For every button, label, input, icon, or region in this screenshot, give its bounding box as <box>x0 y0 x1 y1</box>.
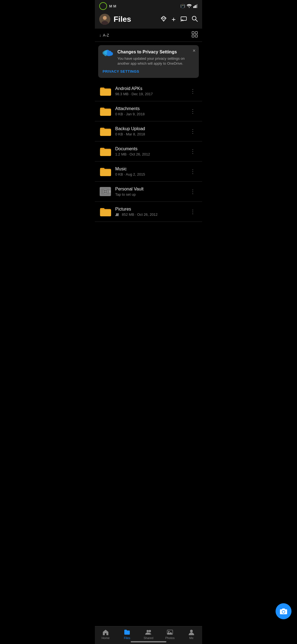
svg-rect-2 <box>196 5 196 8</box>
page-title: Files <box>114 15 157 24</box>
avatar-image <box>99 14 110 25</box>
file-item[interactable]: Pictures 852 MB · Oct 26, 2012 ⋮ <box>95 202 202 222</box>
more-options-icon[interactable]: ⋮ <box>188 147 198 156</box>
more-options-icon[interactable]: ⋮ <box>188 107 198 116</box>
svg-point-29 <box>117 213 119 215</box>
file-info: Android APKs 98.3 MB · Dec 19, 2017 <box>115 86 188 96</box>
circle-indicator <box>99 2 107 10</box>
add-icon[interactable]: + <box>172 15 176 24</box>
file-meta: 0 KB · Mar 8, 2018 <box>115 132 188 136</box>
m-icon-2: M <box>113 4 116 8</box>
file-meta: 1.2 MB · Oct 26, 2012 <box>115 152 188 156</box>
file-name: Pictures <box>115 207 188 212</box>
svg-rect-17 <box>192 35 194 37</box>
m-icons: M M <box>109 4 116 8</box>
svg-rect-0 <box>193 6 194 8</box>
avatar[interactable] <box>99 14 110 25</box>
svg-point-12 <box>181 21 182 21</box>
file-item[interactable]: Documents 1.2 MB · Oct 26, 2012 ⋮ <box>95 141 202 162</box>
file-item[interactable]: Backup Upload 0 KB · Mar 8, 2018 ⋮ <box>95 121 202 141</box>
more-options-icon[interactable]: ⋮ <box>188 207 198 216</box>
file-item[interactable]: Attachments 0 KB · Jan 9, 2018 ⋮ <box>95 101 202 121</box>
file-info: Personal Vault Tap to set up <box>115 187 188 197</box>
more-options-icon[interactable]: ⋮ <box>188 167 198 176</box>
vibrate-icon: 📳 <box>180 4 185 8</box>
file-info: Backup Upload 0 KB · Mar 8, 2018 <box>115 126 188 136</box>
banner-content: Changes to Privacy Settings You have upd… <box>103 50 194 66</box>
cast-icon[interactable] <box>181 16 187 23</box>
file-meta: 0 KB · Jan 9, 2018 <box>115 112 188 116</box>
file-info: Documents 1.2 MB · Oct 26, 2012 <box>115 146 188 156</box>
header-actions: + <box>161 15 198 24</box>
banner-title: Changes to Privacy Settings <box>117 50 194 54</box>
status-bar: M M 📳 <box>95 0 202 11</box>
m-icon-1: M <box>109 4 112 8</box>
file-meta: 0 KB · Aug 2, 2015 <box>115 172 188 176</box>
signal-icon <box>193 4 198 8</box>
svg-point-5 <box>103 16 107 20</box>
file-meta: Tap to set up <box>115 192 188 197</box>
file-list: Android APKs 98.3 MB · Dec 19, 2017 ⋮ At… <box>95 81 202 244</box>
file-meta: 98.3 MB · Dec 19, 2017 <box>115 92 188 96</box>
svg-rect-3 <box>197 4 197 8</box>
svg-rect-27 <box>109 190 111 193</box>
file-name: Attachments <box>115 106 188 111</box>
file-name: Personal Vault <box>115 187 188 192</box>
file-item[interactable]: Personal Vault Tap to set up ⋮ <box>95 182 202 202</box>
onedrive-icon <box>103 50 114 58</box>
shared-badge-icon <box>115 213 120 216</box>
privacy-banner: Changes to Privacy Settings You have upd… <box>98 45 199 78</box>
sort-arrow-icon: ↓ <box>99 33 101 37</box>
sort-bar: ↓ A-Z <box>95 29 202 42</box>
more-options-icon[interactable]: ⋮ <box>188 127 198 136</box>
more-options-icon[interactable]: ⋮ <box>188 87 198 95</box>
sort-label[interactable]: ↓ A-Z <box>99 33 109 37</box>
privacy-settings-link[interactable]: PRIVACY SETTINGS <box>103 69 194 73</box>
file-item[interactable]: Music 0 KB · Aug 2, 2015 ⋮ <box>95 162 202 182</box>
status-right: 📳 <box>180 4 198 8</box>
app-header: Files + <box>95 11 202 29</box>
folder-icon <box>99 125 111 137</box>
svg-line-14 <box>196 20 197 21</box>
svg-rect-18 <box>195 35 197 37</box>
svg-point-28 <box>116 213 118 215</box>
svg-rect-1 <box>194 6 195 8</box>
file-item[interactable]: Android APKs 98.3 MB · Dec 19, 2017 ⋮ <box>95 81 202 101</box>
search-icon[interactable] <box>192 16 198 23</box>
svg-rect-16 <box>195 32 197 34</box>
svg-point-22 <box>105 191 106 192</box>
wifi-icon <box>187 4 192 8</box>
folder-icon <box>99 85 111 97</box>
file-name: Backup Upload <box>115 126 188 131</box>
diamond-icon[interactable] <box>161 16 167 23</box>
folder-icon <box>99 105 111 117</box>
sort-text: A-Z <box>103 33 109 37</box>
vault-icon <box>99 185 111 198</box>
banner-description: You have updated your privacy settings o… <box>117 56 194 66</box>
file-name: Android APKs <box>115 86 188 91</box>
folder-icon <box>99 165 111 178</box>
banner-text: Changes to Privacy Settings You have upd… <box>117 50 194 66</box>
grid-view-icon[interactable] <box>192 31 198 39</box>
file-meta: 852 MB · Oct 26, 2012 <box>115 212 188 217</box>
file-name: Music <box>115 167 188 171</box>
file-info: Music 0 KB · Aug 2, 2015 <box>115 167 188 176</box>
more-options-icon[interactable]: ⋮ <box>188 187 198 196</box>
svg-rect-15 <box>192 32 194 34</box>
folder-icon <box>99 145 111 157</box>
banner-close-button[interactable]: × <box>193 48 196 54</box>
file-name: Documents <box>115 146 188 151</box>
status-left: M M <box>99 2 116 10</box>
file-info: Attachments 0 KB · Jan 9, 2018 <box>115 106 188 116</box>
file-info: Pictures 852 MB · Oct 26, 2012 <box>115 207 188 217</box>
folder-icon <box>99 206 111 218</box>
